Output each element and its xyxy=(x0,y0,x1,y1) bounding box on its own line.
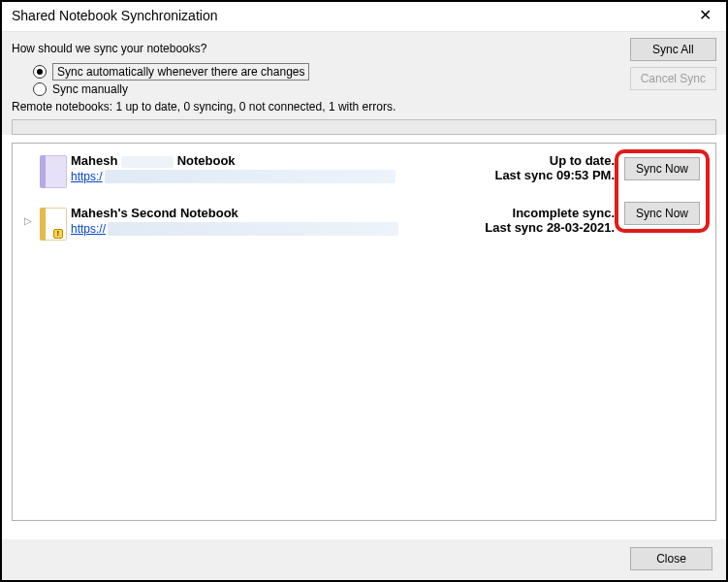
redacted-url xyxy=(108,222,398,236)
notebook-url-link[interactable]: https:/ xyxy=(71,170,103,183)
dialog-footer: Close xyxy=(2,539,726,580)
client-area: How should we sync your notebooks? Sync … xyxy=(2,32,726,135)
sync-all-button[interactable]: Sync All xyxy=(630,38,716,61)
sync-prompt: How should we sync your notebooks? xyxy=(12,38,309,61)
notebook-url-link[interactable]: https:// xyxy=(71,222,106,236)
radio-sync-manual[interactable]: Sync manually xyxy=(33,82,309,96)
radio-manual-label: Sync manually xyxy=(52,82,128,96)
notebook-icon xyxy=(40,155,67,188)
radio-icon xyxy=(33,82,47,96)
notebook-name: Mahesh Notebook xyxy=(71,153,460,168)
sync-now-button[interactable]: Sync Now xyxy=(624,202,700,225)
notebook-url[interactable]: https:/ xyxy=(71,170,460,183)
sync-now-button[interactable]: Sync Now xyxy=(624,157,700,180)
expander-placeholder xyxy=(20,153,36,163)
progress-bar xyxy=(12,119,716,135)
close-icon[interactable]: ✕ xyxy=(691,8,718,23)
title-bar: Shared Notebook Synchronization ✕ xyxy=(2,2,726,32)
radio-auto-label: Sync automatically whenever there are ch… xyxy=(52,63,309,81)
notebook-row[interactable]: ▷ Mahesh's Second Notebook https:// Inco… xyxy=(13,196,715,248)
notebook-meta: Up to date. Last sync 09:53 PM. xyxy=(460,153,620,182)
notebook-meta: Incomplete sync. Last sync 28-03-2021. xyxy=(460,206,620,235)
notebook-row[interactable]: Mahesh Notebook https:/ Up to date. Last… xyxy=(13,144,715,196)
highlight-callout: Sync Now Sync Now xyxy=(615,149,710,233)
expand-icon[interactable]: ▷ xyxy=(20,206,36,226)
notebook-list: Mahesh Notebook https:/ Up to date. Last… xyxy=(12,143,716,521)
redacted-text xyxy=(121,156,174,168)
close-button[interactable]: Close xyxy=(630,547,712,570)
notebook-icon xyxy=(40,208,67,241)
warning-icon xyxy=(53,229,63,239)
status-summary: Remote notebooks: 1 up to date, 0 syncin… xyxy=(12,98,716,119)
notebook-url[interactable]: https:// xyxy=(71,222,460,236)
redacted-url xyxy=(105,170,396,183)
window-title: Shared Notebook Synchronization xyxy=(12,8,217,23)
notebook-name: Mahesh's Second Notebook xyxy=(71,206,460,220)
radio-icon xyxy=(33,65,47,79)
radio-sync-auto[interactable]: Sync automatically whenever there are ch… xyxy=(33,63,309,81)
cancel-sync-button: Cancel Sync xyxy=(630,67,716,90)
